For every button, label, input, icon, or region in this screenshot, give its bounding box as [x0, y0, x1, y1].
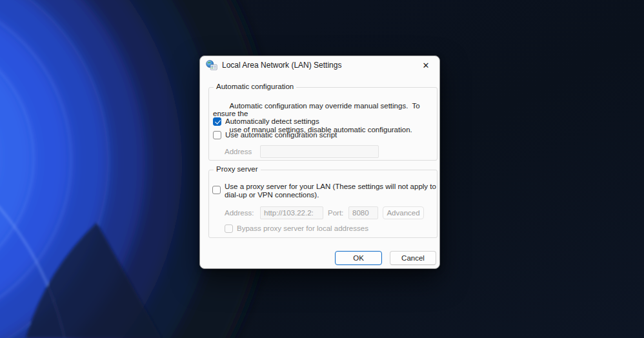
use-proxy-label: Use a proxy server for your LAN (These s…: [225, 183, 436, 199]
ok-button[interactable]: OK: [335, 251, 382, 265]
group-legend: Proxy server: [214, 165, 261, 173]
script-address-label: Address: [225, 148, 252, 156]
use-proxy-checkbox[interactable]: [212, 186, 221, 194]
proxy-address-input[interactable]: http://103.22.2:: [260, 206, 323, 219]
script-address-input[interactable]: [260, 145, 379, 158]
close-button[interactable]: ✕: [416, 57, 436, 73]
close-icon: ✕: [423, 61, 430, 70]
dialog-titlebar[interactable]: Local Area Network (LAN) Settings ✕: [200, 56, 439, 74]
proxy-server-group: Proxy server Use a proxy server for your…: [208, 170, 438, 238]
bypass-proxy-label: Bypass proxy server for local addresses: [237, 224, 368, 233]
internet-settings-icon: [206, 60, 217, 70]
lan-settings-dialog: Local Area Network (LAN) Settings ✕ Auto…: [199, 55, 440, 269]
proxy-address-label: Address:: [225, 209, 254, 217]
group-legend: Automatic configuration: [214, 83, 296, 90]
advanced-button[interactable]: Advanced: [383, 206, 424, 219]
config-script-label: Use automatic configuration script: [225, 131, 337, 139]
bypass-proxy-row[interactable]: Bypass proxy server for local addresses: [225, 224, 368, 233]
bypass-proxy-checkbox[interactable]: [225, 224, 233, 233]
config-script-row[interactable]: Use automatic configuration script: [213, 131, 337, 139]
config-script-checkbox[interactable]: [213, 131, 221, 139]
detect-settings-checkbox[interactable]: [213, 117, 221, 126]
dialog-title: Local Area Network (LAN) Settings: [222, 61, 341, 70]
cancel-button[interactable]: Cancel: [390, 251, 436, 265]
use-proxy-row[interactable]: Use a proxy server for your LAN (These s…: [212, 183, 436, 199]
desktop: Local Area Network (LAN) Settings ✕ Auto…: [0, 0, 644, 338]
automatic-configuration-group: Automatic configuration Automatic config…: [208, 87, 438, 161]
detect-settings-row[interactable]: Automatically detect settings: [213, 117, 319, 126]
proxy-port-label: Port:: [328, 209, 343, 217]
proxy-port-input[interactable]: 8080: [348, 206, 378, 219]
detect-settings-label: Automatically detect settings: [225, 117, 319, 126]
